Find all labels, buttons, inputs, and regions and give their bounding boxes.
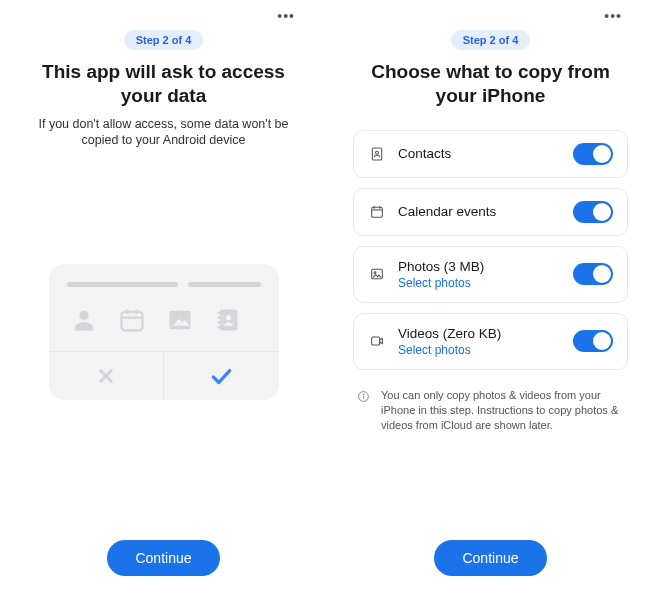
toggle-contacts[interactable] [573,143,613,165]
svg-rect-1 [121,311,142,330]
page-subtitle: If you don't allow access, some data won… [34,116,294,150]
svg-rect-17 [372,207,383,217]
list-item-contacts: Contacts [353,130,628,178]
svg-rect-11 [217,321,219,323]
more-icon[interactable]: ••• [277,8,301,24]
toggle-videos[interactable] [573,330,613,352]
continue-button[interactable]: Continue [434,540,546,576]
step-indicator: Step 2 of 4 [124,30,204,50]
svg-point-8 [226,315,231,320]
list-item-calendar: Calendar events [353,188,628,236]
svg-rect-23 [372,337,380,345]
copy-list: Contacts Calendar events Photos (3 MB) S… [353,130,628,434]
item-label: Calendar events [398,204,561,219]
contacts-icon [368,145,386,163]
item-label: Videos (Zero KB) [398,326,561,341]
continue-button[interactable]: Continue [107,540,219,576]
item-label: Photos (3 MB) [398,259,561,274]
svg-rect-12 [217,325,219,327]
list-item-videos: Videos (Zero KB) Select photos [353,313,628,370]
step-indicator: Step 2 of 4 [451,30,531,50]
screen-access: ••• Step 2 of 4 This app will ask to acc… [0,0,327,594]
videos-icon [368,332,386,350]
select-photos-link[interactable]: Select photos [398,276,561,290]
toggle-calendar[interactable] [573,201,613,223]
svg-point-22 [374,272,376,274]
info-icon [357,389,371,403]
screen-choose: ••• Step 2 of 4 Choose what to copy from… [327,0,654,594]
allow-illustration-icon [163,352,279,400]
toggle-photos[interactable] [573,263,613,285]
contacts-book-icon [211,303,245,337]
info-text: You can only copy photos & videos from y… [381,388,624,434]
more-icon[interactable]: ••• [604,8,628,24]
page-title: Choose what to copy from your iPhone [361,60,621,108]
list-item-photos: Photos (3 MB) Select photos [353,246,628,303]
select-videos-link[interactable]: Select photos [398,343,561,357]
page-title: This app will ask to access your data [34,60,294,108]
permission-illustration [49,264,279,400]
svg-point-0 [79,310,88,319]
deny-illustration-icon [49,352,164,400]
svg-point-16 [376,151,379,154]
person-icon [67,303,101,337]
calendar-icon [115,303,149,337]
photos-icon [368,265,386,283]
image-icon [163,303,197,337]
info-note: You can only copy photos & videos from y… [353,380,628,434]
svg-point-26 [363,393,364,394]
svg-rect-9 [217,311,219,313]
calendar-icon [368,203,386,221]
item-label: Contacts [398,146,561,161]
svg-rect-10 [217,316,219,318]
